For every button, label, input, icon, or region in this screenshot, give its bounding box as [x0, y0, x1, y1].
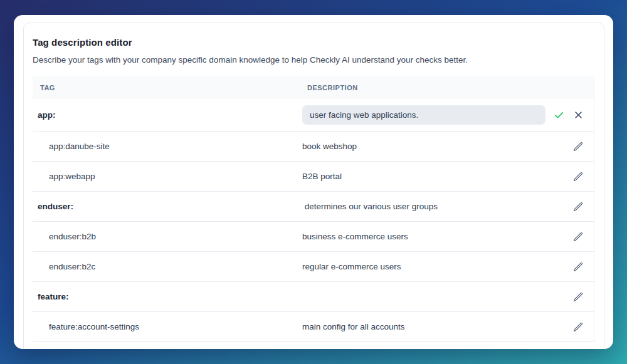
tag-label: feature:account-settings	[33, 322, 302, 331]
tag-label: app:	[33, 110, 302, 120]
table-row: enduser:b2c regular e-commerce users	[33, 252, 594, 282]
tag-table: TAG DESCRIPTION app:	[33, 76, 594, 342]
pencil-icon	[573, 202, 583, 212]
table-row: app:danube-site book webshop	[33, 132, 594, 162]
page-subtitle: Describe your tags with your company spe…	[33, 55, 594, 66]
pencil-icon	[573, 232, 583, 242]
row-actions	[549, 230, 594, 244]
description-cell: B2B portal	[302, 172, 549, 181]
pencil-icon	[573, 172, 583, 182]
tag-editor-card: Tag description editor Describe your tag…	[14, 15, 613, 349]
table-row: enduser:b2b business e-commerce users	[33, 222, 594, 252]
description-text: main config for all accounts	[302, 322, 405, 331]
header-cell-description: DESCRIPTION	[302, 84, 549, 91]
table-body: app:	[33, 99, 594, 342]
description-cell: book webshop	[302, 142, 549, 151]
tag-label: enduser:	[33, 202, 302, 211]
pencil-icon	[573, 292, 583, 302]
description-cell: determines our various user groups	[302, 202, 549, 211]
tag-label: enduser:b2b	[33, 232, 302, 241]
description-input[interactable]	[302, 105, 545, 125]
row-actions	[549, 170, 594, 184]
description-cell: business e-commerce users	[302, 232, 549, 241]
page-title: Tag description editor	[33, 36, 594, 49]
table-row: feature:account-settings main config for…	[33, 312, 594, 342]
table-header: TAG DESCRIPTION	[33, 76, 594, 99]
tag-label: enduser:b2c	[33, 262, 302, 271]
edit-button[interactable]	[571, 290, 585, 304]
row-actions	[549, 290, 594, 304]
table-row: enduser: determines our various user gro…	[33, 192, 594, 222]
tag-label: feature:	[33, 292, 302, 301]
description-text: regular e-commerce users	[302, 262, 401, 271]
description-text: business e-commerce users	[302, 232, 408, 241]
edit-button[interactable]	[571, 260, 585, 274]
header-cell-tag: TAG	[33, 84, 302, 91]
description-text: determines our various user groups	[302, 202, 438, 211]
edit-button[interactable]	[571, 170, 585, 184]
pencil-icon	[573, 262, 583, 272]
pencil-icon	[573, 322, 583, 332]
confirm-button[interactable]	[552, 108, 566, 122]
description-text: book webshop	[302, 142, 357, 151]
pencil-icon	[573, 142, 583, 152]
description-cell: regular e-commerce users	[302, 262, 549, 271]
edit-button[interactable]	[571, 200, 585, 214]
description-text: B2B portal	[302, 172, 342, 181]
row-actions	[549, 108, 594, 122]
table-row: app:	[33, 99, 594, 132]
description-cell	[302, 105, 549, 125]
tag-editor-panel: Tag description editor Describe your tag…	[23, 23, 604, 349]
edit-button[interactable]	[571, 140, 585, 153]
edit-button[interactable]	[571, 320, 585, 334]
row-actions	[549, 200, 594, 214]
tag-label: app:danube-site	[33, 142, 302, 151]
row-actions	[549, 140, 594, 153]
check-icon	[554, 110, 564, 120]
cancel-button[interactable]	[571, 108, 585, 122]
x-icon	[574, 110, 583, 120]
tag-label: app:webapp	[33, 172, 302, 181]
edit-button[interactable]	[571, 230, 585, 244]
table-row: app:webapp B2B portal	[33, 162, 594, 192]
table-row: feature:	[33, 282, 594, 312]
row-actions	[549, 260, 594, 274]
description-cell: main config for all accounts	[302, 322, 549, 331]
row-actions	[549, 320, 594, 334]
